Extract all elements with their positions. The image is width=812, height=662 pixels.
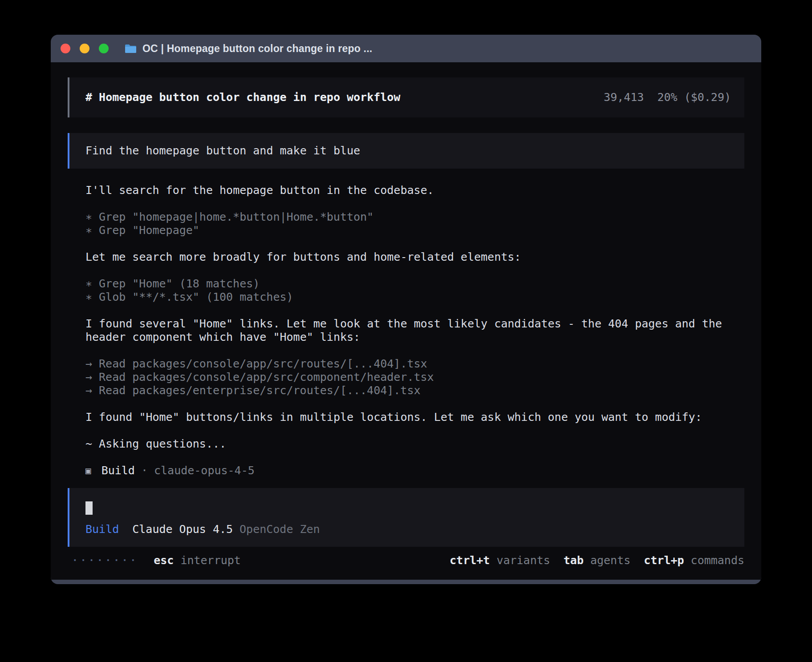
shortcut-commands: ctrl+p commands [644,554,744,567]
user-message-text: Find the homepage button and make it blu… [85,144,360,157]
text-cursor [85,501,93,515]
agent-square-icon: ▣ [85,464,91,477]
agent-mode-label: Build [85,523,119,536]
read-arrow-icon: → [85,384,92,397]
terminal-window: OC | Homepage button color change in rep… [51,35,761,584]
tool-bullet-icon: ∗ [85,224,92,237]
tool-bullet-icon: ∗ [85,277,92,291]
folder-icon [125,44,137,53]
read-arrow-icon: → [85,357,92,371]
provider-name-label: OpenCode Zen [240,523,320,536]
shortcut-label: variants [496,554,550,567]
prompt-input[interactable]: Build Claude Opus 4.5 OpenCode Zen [68,488,744,547]
status-text: ~ Asking questions... [85,437,744,451]
window-titlebar[interactable]: OC | Homepage button color change in rep… [51,35,761,62]
tool-call-line: →Read packages/enterprise/src/routes/[..… [85,384,744,397]
input-status-bar: Build Claude Opus 4.5 OpenCode Zen [85,523,731,536]
shortcut-label: agents [590,554,630,567]
interrupt-hint: esc interrupt [154,554,241,567]
token-count: 39,413 [604,91,644,104]
tool-call-group: ∗Grep "Home" (18 matches) ∗Glob "**/*.ts… [85,277,744,304]
assistant-text: I'll search for the homepage button in t… [85,184,744,197]
traffic-lights [61,44,109,53]
interrupt-label: interrupt [180,554,240,567]
tool-call-text: Read packages/enterprise/src/routes/[...… [99,384,420,397]
agent-status-line: ▣ Build · claude-opus-4-5 [85,464,744,477]
assistant-text: I found "Home" buttons/links in multiple… [85,411,744,424]
model-name-label: Claude Opus 4.5 [132,523,233,536]
shortcut-key: tab [564,554,584,567]
tool-call-line: ∗Glob "**/*.tsx" (100 matches) [85,291,744,304]
tool-call-line: ∗Grep "Homepage" [85,224,744,237]
assistant-text: I found several "Home" links. Let me loo… [85,317,744,344]
shortcut-key: ctrl+t [450,554,490,567]
tool-bullet-icon: ∗ [85,291,92,304]
keyboard-shortcuts: ctrl+t variants tab agents ctrl+p comman… [450,554,744,567]
tool-call-group: ∗Grep "homepage|home.*button|Home.*butto… [85,210,744,237]
read-arrow-icon: → [85,371,92,384]
esc-key: esc [154,554,174,567]
tool-call-text: Read packages/console/app/src/routes/[..… [99,357,427,370]
terminal-content: # Homepage button color change in repo w… [51,62,761,580]
user-message: Find the homepage button and make it blu… [68,133,744,169]
minimize-button[interactable] [80,44,89,53]
session-stats: 39,413 20% ($0.29) [604,91,731,104]
shortcut-label: commands [691,554,744,567]
tool-call-line: ∗Grep "homepage|home.*button|Home.*butto… [85,210,744,224]
tool-call-text: Grep "Home" (18 matches) [99,277,260,290]
session-header: # Homepage button color change in repo w… [68,77,744,117]
tool-call-text: Read packages/console/app/src/component/… [99,371,434,383]
context-usage: 20% ($0.29) [657,91,731,104]
tool-call-text: Grep "Homepage" [99,224,199,237]
shortcut-key: ctrl+p [644,554,684,567]
assistant-text: Let me search more broadly for buttons a… [85,250,744,264]
agent-name: Build [102,464,135,477]
tool-bullet-icon: ∗ [85,210,92,224]
tool-call-line: ∗Grep "Home" (18 matches) [85,277,744,291]
tool-call-line: →Read packages/console/app/src/routes/[.… [85,357,744,371]
tool-call-text: Glob "**/*.tsx" (100 matches) [99,291,293,303]
session-title: # Homepage button color change in repo w… [85,91,400,104]
agent-model: claude-opus-4-5 [154,464,255,477]
tool-call-text: Grep "homepage|home.*button|Home.*button… [99,210,374,223]
zoom-button[interactable] [99,44,109,53]
tool-call-line: →Read packages/console/app/src/component… [85,371,744,384]
status-footer: ········ esc interrupt ctrl+t variants t… [68,554,744,567]
shortcut-variants: ctrl+t variants [450,554,550,567]
progress-dots: ········ [72,554,138,567]
window-title: OC | Homepage button color change in rep… [142,43,372,55]
close-button[interactable] [61,44,70,53]
agent-separator: · [141,464,148,477]
tool-call-group: →Read packages/console/app/src/routes/[.… [85,357,744,397]
shortcut-agents: tab agents [564,554,630,567]
